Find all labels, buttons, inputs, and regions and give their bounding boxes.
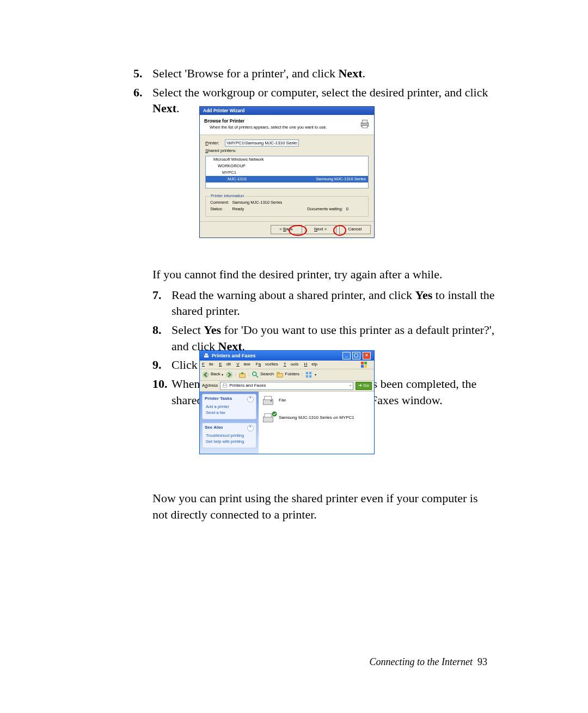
- footer-chapter: Connecting to the Internet: [370, 656, 473, 667]
- search-icon: [252, 371, 259, 379]
- svg-rect-21: [224, 383, 226, 385]
- folders-icon: [276, 371, 284, 379]
- address-icon: [222, 383, 228, 388]
- send-a-fax-link[interactable]: Send a fax: [206, 410, 254, 416]
- status-label: Status:: [210, 206, 231, 212]
- menu-file[interactable]: File: [202, 362, 213, 367]
- up-folder-icon[interactable]: [238, 371, 246, 379]
- collapse-icon[interactable]: ˄: [247, 425, 254, 431]
- svg-rect-6: [364, 362, 367, 364]
- fax-icon: [262, 395, 276, 407]
- windows-flag-icon: [361, 362, 367, 368]
- svg-rect-2: [362, 126, 367, 128]
- menu-help[interactable]: Help: [304, 362, 317, 367]
- toolbar-search[interactable]: Search: [252, 371, 274, 379]
- collapse-icon[interactable]: ˄: [247, 396, 254, 403]
- svg-rect-18: [306, 375, 308, 377]
- comment-label: Comment:: [210, 200, 231, 205]
- svg-rect-8: [364, 365, 367, 368]
- go-button[interactable]: ➔ Go: [356, 382, 372, 390]
- step-8: 8. Select Yes for 'Do you want to use th…: [152, 322, 506, 354]
- shared-printer-item[interactable]: Samsung MJC-1310 Series on MYPC1: [262, 412, 371, 424]
- pf-menu-bar: File Edit View Favorites Tools Help: [200, 361, 374, 369]
- svg-point-12: [253, 372, 256, 376]
- closing-paragraph: Now you can print using the shared print…: [152, 490, 490, 522]
- documents-waiting-label: Documents waiting:: [285, 206, 345, 212]
- documents-waiting-value: 0: [346, 206, 351, 212]
- status-value: Ready: [232, 206, 285, 212]
- address-dropdown-icon[interactable]: ▾: [350, 383, 351, 388]
- menu-favorites[interactable]: Favorites: [256, 362, 278, 367]
- get-help-with-printing-link[interactable]: Get help with printing: [206, 439, 254, 444]
- note-printer-not-found: If you cannot find the desired printer, …: [152, 266, 506, 283]
- fax-item[interactable]: Fax: [262, 395, 371, 407]
- wizard-subheading: When the list of printers appears, selec…: [210, 125, 370, 130]
- comment-value: Samsung MJC-1310 Series: [232, 200, 285, 205]
- cancel-button[interactable]: Cancel: [339, 225, 371, 234]
- tree-node-computer[interactable]: MYPC1: [206, 169, 368, 176]
- tree-node-network[interactable]: Microsoft Windows Network: [206, 156, 368, 163]
- forward-arrow-icon[interactable]: [225, 371, 233, 379]
- toolbar-back[interactable]: Back▾: [202, 371, 223, 379]
- shared-printers-label: Shared printers:: [205, 148, 369, 154]
- address-field[interactable]: Printers and Faxes ▾: [220, 382, 353, 390]
- printer-tasks-panel: Printer Tasks˄ Add a printer Send a fax: [202, 394, 256, 419]
- fax-label: Fax: [279, 398, 286, 403]
- printer-information-group: Printer information Comment: Samsung MJC…: [205, 196, 369, 217]
- svg-rect-19: [309, 375, 311, 377]
- step-7: 7. Read the warning about a shared print…: [152, 287, 506, 319]
- troubleshoot-printing-link[interactable]: Troubleshoot printing: [206, 433, 254, 438]
- pf-address-bar: Address Printers and Faxes ▾ ➔ Go: [200, 381, 374, 392]
- printers-and-faxes-window: Printers and Faxes _ ▢ × File Edit View …: [199, 350, 375, 454]
- svg-point-27: [272, 411, 277, 416]
- pf-content-area: Fax Samsung MJC-1310 Series on MYPC1: [259, 392, 374, 454]
- toolbar-folders[interactable]: Folders: [276, 371, 299, 379]
- printer-field-label: Printer:: [205, 141, 224, 147]
- svg-point-10: [226, 371, 232, 378]
- step-5: 5. Select 'Browse for a printer', and cl…: [133, 65, 514, 82]
- svg-point-9: [203, 371, 209, 378]
- step-5-text: Select 'Browse for a printer', and click: [152, 66, 338, 80]
- shared-printer-label: Samsung MJC-1310 Series on MYPC1: [279, 416, 354, 421]
- tree-node-selected-printer[interactable]: MJC-1310 Samsung MJC-1310 Series: [206, 176, 368, 182]
- step-5-bold: Next: [338, 66, 362, 80]
- footer-page-number: 93: [477, 656, 487, 667]
- next-button[interactable]: Next >: [305, 225, 336, 234]
- pf-title-text: Printers and Faxes: [212, 352, 256, 359]
- menu-tools[interactable]: Tools: [284, 362, 299, 367]
- svg-rect-24: [270, 400, 272, 401]
- printer-path-input[interactable]: [225, 139, 299, 147]
- step-6-bold: Next: [152, 101, 176, 115]
- close-button[interactable]: ×: [363, 352, 371, 359]
- svg-rect-17: [309, 372, 311, 374]
- see-also-panel: See Also˄ Troubleshoot printing Get help…: [202, 423, 256, 448]
- minimize-button[interactable]: _: [342, 352, 351, 359]
- views-icon[interactable]: [305, 371, 313, 379]
- wizard-heading: Browse for Printer: [204, 118, 370, 124]
- svg-rect-16: [306, 372, 308, 374]
- add-a-printer-link[interactable]: Add a printer: [206, 404, 254, 410]
- maximize-button[interactable]: ▢: [352, 352, 360, 359]
- svg-rect-4: [205, 353, 208, 355]
- shared-printers-tree[interactable]: Microsoft Windows Network WORKGROUP MYPC…: [205, 156, 369, 188]
- back-button[interactable]: < Back: [271, 225, 302, 234]
- svg-rect-22: [263, 399, 273, 405]
- printer-tasks-heading: Printer Tasks: [205, 396, 232, 402]
- printers-folder-icon: [203, 352, 210, 359]
- address-label: Address: [202, 383, 218, 389]
- step-6-text: Select the workgroup or computer, select…: [152, 86, 488, 99]
- svg-rect-15: [277, 372, 279, 374]
- menu-edit[interactable]: Edit: [219, 362, 231, 367]
- shared-printer-icon: [262, 412, 276, 424]
- printer-info-legend: Printer information: [209, 193, 246, 199]
- pf-sidebar: Printer Tasks˄ Add a printer Send a fax …: [200, 392, 259, 454]
- pf-toolbar: Back▾ | | Search Folders | ▾: [200, 369, 374, 381]
- menu-view[interactable]: View: [236, 362, 250, 367]
- svg-rect-7: [361, 365, 364, 368]
- see-also-heading: See Also: [205, 425, 223, 431]
- tree-node-workgroup[interactable]: WORKGROUP: [206, 163, 368, 169]
- go-arrow-icon: ➔: [358, 383, 362, 389]
- svg-rect-23: [265, 396, 272, 400]
- svg-rect-25: [263, 417, 273, 422]
- back-arrow-icon: [202, 371, 210, 379]
